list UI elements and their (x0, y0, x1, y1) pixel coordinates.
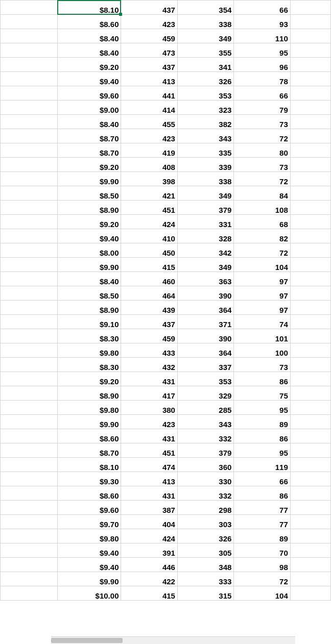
cell[interactable] (290, 458, 330, 472)
cell[interactable] (1, 315, 58, 329)
cell[interactable] (290, 15, 330, 29)
cell[interactable]: $9.90 (57, 572, 121, 586)
cell[interactable]: 379 (177, 443, 233, 458)
cell[interactable] (1, 272, 58, 286)
cell[interactable]: 95 (234, 43, 290, 58)
cell[interactable] (290, 101, 330, 115)
cell[interactable]: 423 (121, 129, 177, 143)
cell[interactable]: 431 (121, 486, 177, 501)
cell[interactable]: 415 (121, 586, 177, 601)
cell[interactable] (290, 515, 330, 529)
cell[interactable]: $8.60 (57, 15, 121, 29)
cell[interactable]: 86 (234, 372, 290, 386)
cell[interactable] (290, 443, 330, 458)
cell[interactable]: 387 (121, 501, 177, 515)
cell[interactable]: 337 (177, 358, 233, 372)
cell[interactable] (290, 58, 330, 72)
spreadsheet-viewport[interactable]: $8.1043735466$8.6042333893$8.40459349110… (0, 0, 331, 644)
cell[interactable] (290, 29, 330, 43)
cell[interactable]: 305 (177, 543, 233, 558)
cell[interactable] (1, 286, 58, 301)
cell[interactable] (1, 229, 58, 243)
cell[interactable]: $9.20 (57, 158, 121, 172)
cell[interactable] (290, 243, 330, 258)
cell[interactable] (1, 243, 58, 258)
cell[interactable]: 84 (234, 186, 290, 201)
cell[interactable] (290, 72, 330, 86)
cell[interactable]: 341 (177, 58, 233, 72)
cell[interactable]: 417 (121, 386, 177, 401)
cell[interactable]: 110 (234, 29, 290, 43)
cell[interactable]: 446 (121, 558, 177, 572)
cell[interactable]: 86 (234, 486, 290, 501)
cell[interactable]: 413 (121, 472, 177, 486)
cell[interactable]: 353 (177, 372, 233, 386)
cell[interactable]: 451 (121, 201, 177, 215)
cell[interactable]: 422 (121, 572, 177, 586)
cell[interactable]: 331 (177, 215, 233, 229)
cell[interactable]: 86 (234, 429, 290, 443)
cell[interactable] (1, 215, 58, 229)
cell[interactable]: $9.20 (57, 215, 121, 229)
cell[interactable]: 66 (234, 1, 290, 15)
cell[interactable] (1, 58, 58, 72)
cell[interactable] (290, 543, 330, 558)
cell[interactable] (1, 501, 58, 515)
cell[interactable]: $8.00 (57, 243, 121, 258)
cell[interactable]: 75 (234, 386, 290, 401)
cell[interactable] (290, 372, 330, 386)
cell[interactable] (1, 429, 58, 443)
cell[interactable]: 433 (121, 343, 177, 358)
cell[interactable]: 339 (177, 158, 233, 172)
cell[interactable] (290, 429, 330, 443)
cell[interactable]: 432 (121, 358, 177, 372)
cell[interactable]: $9.80 (57, 343, 121, 358)
cell[interactable]: $8.50 (57, 286, 121, 301)
cell[interactable] (1, 129, 58, 143)
cell[interactable]: $9.80 (57, 529, 121, 543)
cell[interactable]: $8.50 (57, 186, 121, 201)
horizontal-scrollbar[interactable] (51, 636, 295, 644)
cell[interactable]: 349 (177, 29, 233, 43)
cell[interactable]: 73 (234, 358, 290, 372)
cell[interactable]: 95 (234, 443, 290, 458)
cell[interactable] (1, 186, 58, 201)
cell[interactable] (290, 172, 330, 186)
cell[interactable]: 364 (177, 301, 233, 315)
cell[interactable]: 441 (121, 86, 177, 101)
cell[interactable] (1, 1, 58, 15)
cell[interactable] (290, 529, 330, 543)
cell[interactable]: 353 (177, 86, 233, 101)
cell[interactable]: 364 (177, 343, 233, 358)
cell[interactable] (290, 558, 330, 572)
cell[interactable]: 390 (177, 329, 233, 343)
cell[interactable]: 371 (177, 315, 233, 329)
cell[interactable] (1, 358, 58, 372)
cell[interactable] (1, 386, 58, 401)
cell[interactable]: 73 (234, 158, 290, 172)
cell[interactable]: 342 (177, 243, 233, 258)
cell[interactable]: $9.40 (57, 229, 121, 243)
cell[interactable]: 93 (234, 15, 290, 29)
cell[interactable]: $8.40 (57, 115, 121, 129)
cell[interactable]: 431 (121, 372, 177, 386)
cell[interactable] (290, 215, 330, 229)
cell[interactable]: 80 (234, 143, 290, 158)
cell[interactable] (290, 143, 330, 158)
cell[interactable] (290, 486, 330, 501)
cell[interactable]: 343 (177, 415, 233, 429)
cell[interactable] (1, 458, 58, 472)
cell[interactable]: 451 (121, 443, 177, 458)
cell[interactable]: 335 (177, 143, 233, 158)
cell[interactable] (1, 29, 58, 43)
cell[interactable]: $9.10 (57, 315, 121, 329)
cell[interactable] (1, 86, 58, 101)
cell[interactable]: 77 (234, 501, 290, 515)
cell[interactable]: $9.40 (57, 72, 121, 86)
cell[interactable] (290, 501, 330, 515)
cell[interactable]: 96 (234, 58, 290, 72)
cell[interactable]: $8.10 (57, 458, 121, 472)
cell[interactable]: 348 (177, 558, 233, 572)
cell[interactable]: 464 (121, 286, 177, 301)
cell[interactable]: 424 (121, 215, 177, 229)
